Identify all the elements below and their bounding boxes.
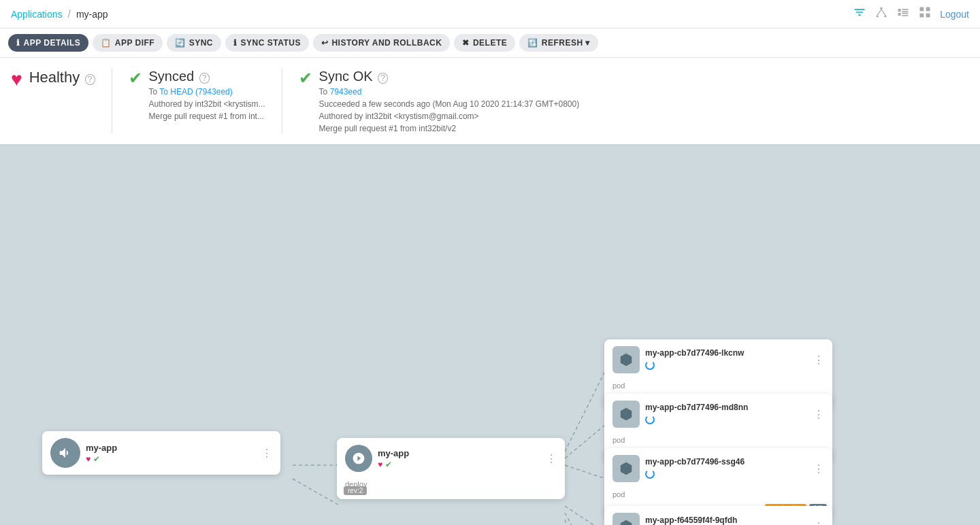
synced-check-icon: ✔ <box>129 69 142 88</box>
sync-ok-succeeded: Succeeded a few seconds ago (Mon Aug 10 … <box>319 99 580 109</box>
topology-icon[interactable] <box>875 5 888 22</box>
svg-line-17 <box>565 370 606 452</box>
pod-0-type: pod <box>604 380 832 394</box>
svg-rect-7 <box>902 9 909 10</box>
logout-button[interactable]: Logout <box>940 9 969 20</box>
deploy-check-badge: ✔ <box>385 460 392 469</box>
pod-1-spinner <box>645 415 655 424</box>
graph-canvas: my-app ♥ ✔ ⋮ my-app ♥ ✔ ⋮ deplo <box>0 146 980 525</box>
synced-merge: Merge pull request #1 from int... <box>149 112 265 121</box>
breadcrumb-app-name: my-app <box>76 9 108 20</box>
app-details-label: APP DETAILS <box>24 38 81 48</box>
pod-2-header: my-app-cb7d77496-ssg46 ⋮ <box>604 448 832 489</box>
svg-rect-10 <box>902 15 909 16</box>
deploy-node-type: deploy <box>337 479 565 492</box>
deploy-node-header: my-app ♥ ✔ ⋮ <box>337 438 565 479</box>
app-diff-label: APP DIFF <box>115 38 154 48</box>
pod-1-header: my-app-cb7d77496-md8nn ⋮ <box>604 394 832 435</box>
delete-icon: ✖ <box>462 38 470 48</box>
sync-ok-block: ✔ Sync OK ? To 7943eed Succeeded a few s… <box>299 69 596 133</box>
app-root-node-header: my-app ♥ ✔ ⋮ <box>42 431 280 475</box>
svg-rect-5 <box>898 9 901 12</box>
app-diff-button[interactable]: 📋 APP DIFF <box>93 34 163 52</box>
pod-2-icon <box>612 455 640 482</box>
pod-1-type: pod <box>604 435 832 448</box>
svg-line-16 <box>293 479 340 506</box>
pod-2-type: pod <box>604 489 832 503</box>
filter-icon[interactable] <box>853 5 866 22</box>
deploy-node-title: my-app <box>378 448 409 458</box>
pod-0-header: my-app-cb7d77496-lkcnw ⋮ <box>604 339 832 380</box>
sync-ok-question[interactable]: ? <box>378 73 388 84</box>
svg-line-18 <box>565 424 606 458</box>
sync-icon: 🔄 <box>175 38 186 48</box>
deploy-node-rev: rev:2 <box>344 486 367 495</box>
sync-ok-link[interactable]: 7943eed <box>330 87 362 97</box>
sync-status-icon: ℹ <box>233 38 238 48</box>
deploy-node-menu[interactable]: ⋮ <box>546 452 557 465</box>
svg-line-3 <box>877 10 881 15</box>
svg-line-20 <box>565 506 606 525</box>
refresh-button[interactable]: 🔃 REFRESH ▾ <box>519 34 598 52</box>
svg-rect-14 <box>926 14 930 18</box>
applications-link[interactable]: Applications <box>11 9 63 20</box>
pod-0-menu[interactable]: ⋮ <box>813 354 824 367</box>
svg-point-2 <box>884 15 886 17</box>
svg-rect-12 <box>926 7 930 12</box>
delete-button[interactable]: ✖ DELETE <box>454 34 515 52</box>
sync-ok-authored: Authored by int32bit <krystism@gmail.com… <box>319 112 580 121</box>
app-details-icon: ℹ <box>16 38 20 48</box>
pod-3-menu[interactable]: ⋮ <box>813 520 824 526</box>
app-root-check-badge: ✔ <box>93 454 100 464</box>
toolbar: ℹ APP DETAILS 📋 APP DIFF 🔄 SYNC ℹ SYNC S… <box>0 29 980 58</box>
svg-line-22 <box>565 520 606 525</box>
svg-rect-9 <box>902 13 909 14</box>
app-root-heart-badge: ♥ <box>86 454 91 464</box>
breadcrumb: Applications / my-app Logout <box>0 0 980 29</box>
healthy-label: Healthy <box>29 69 80 86</box>
sync-button[interactable]: 🔄 SYNC <box>167 34 221 52</box>
app-root-menu[interactable]: ⋮ <box>261 447 272 460</box>
pod-3-header: my-app-f64559f4f-9qfdh ♥ ⋮ <box>604 506 832 525</box>
header-right: Logout <box>853 5 969 22</box>
sync-status-button[interactable]: ℹ SYNC STATUS <box>225 34 309 52</box>
history-icon: ↩ <box>321 38 329 48</box>
pod-node-3: my-app-f64559f4f-9qfdh ♥ ⋮ pod running 1… <box>604 506 832 525</box>
pod-0-title: my-app-cb7d77496-lkcnw <box>645 348 808 358</box>
heart-icon: ♥ <box>11 69 22 90</box>
svg-rect-6 <box>898 13 901 16</box>
svg-line-4 <box>881 10 885 15</box>
healthy-block: ♥ Healthy ? <box>11 69 112 133</box>
sync-status-label: SYNC STATUS <box>241 38 301 48</box>
synced-question[interactable]: ? <box>199 73 210 84</box>
sync-ok-merge: Merge pull request #1 from int32bit/v2 <box>319 124 580 133</box>
pod-3-title: my-app-f64559f4f-9qfdh <box>645 515 808 525</box>
pod-2-menu[interactable]: ⋮ <box>813 462 824 475</box>
deploy-node-icon <box>345 445 372 472</box>
pod-3-icon <box>612 513 640 525</box>
delete-label: DELETE <box>473 38 507 48</box>
pod-2-spinner <box>645 469 655 479</box>
refresh-label: REFRESH ▾ <box>542 38 590 48</box>
breadcrumb-separator: / <box>68 8 71 20</box>
svg-rect-13 <box>920 14 924 18</box>
app-root-node: my-app ♥ ✔ ⋮ <box>42 431 280 475</box>
app-root-node-badges: ♥ ✔ <box>86 454 117 464</box>
deploy-heart-badge: ♥ <box>378 460 382 469</box>
healthy-question[interactable]: ? <box>85 74 95 85</box>
deploy-node-badges: ♥ ✔ <box>378 460 409 469</box>
history-rollback-button[interactable]: ↩ HISTORY AND ROLLBACK <box>313 34 451 52</box>
synced-link[interactable]: To HEAD (7943eed) <box>159 87 232 97</box>
history-label: HISTORY AND ROLLBACK <box>331 38 442 48</box>
pod-0-icon <box>612 346 640 373</box>
synced-to: To To HEAD (7943eed) <box>149 87 265 97</box>
pod-1-menu[interactable]: ⋮ <box>813 408 824 421</box>
pod-2-title: my-app-cb7d77496-ssg46 <box>645 457 808 467</box>
app-root-node-title: my-app <box>86 443 117 453</box>
svg-line-19 <box>565 465 606 479</box>
grid-icon[interactable] <box>918 5 932 22</box>
sync-ok-check-icon: ✔ <box>299 69 312 88</box>
app-diff-icon: 📋 <box>101 38 112 48</box>
app-details-button[interactable]: ℹ APP DETAILS <box>8 34 88 52</box>
list-icon[interactable] <box>896 5 910 22</box>
